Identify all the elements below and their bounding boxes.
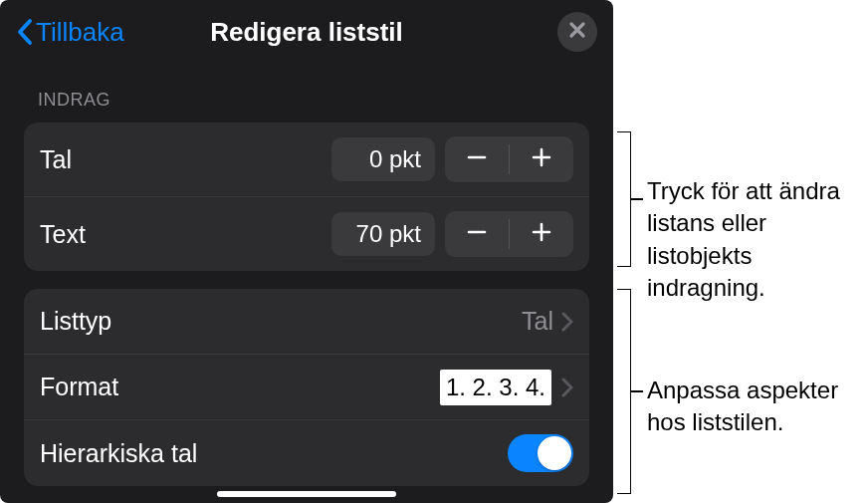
bracket-line-bottom <box>631 390 643 392</box>
format-value: 1. 2. 3. 4. <box>440 370 551 405</box>
text-decrement-button[interactable] <box>445 211 509 257</box>
home-indicator <box>217 491 396 497</box>
minus-icon <box>466 221 488 247</box>
chevron-right-icon <box>561 377 573 397</box>
listtyp-value: Tal <box>522 307 553 336</box>
text-value-input[interactable] <box>331 212 435 256</box>
section-header-indrag: INDRAG <box>0 64 613 123</box>
close-icon <box>568 21 586 43</box>
bracket-bottom <box>617 289 631 494</box>
row-hierarkiska: Hierarkiska tal <box>24 420 589 486</box>
row-label-text: Text <box>40 220 331 249</box>
row-listtyp[interactable]: Listtyp Tal <box>24 289 589 355</box>
tal-stepper <box>445 136 573 182</box>
bracket-top <box>617 131 631 267</box>
row-label-listtyp: Listtyp <box>40 307 522 336</box>
row-label-tal: Tal <box>40 145 331 174</box>
page-title: Redigera liststil <box>210 17 403 48</box>
tal-decrement-button[interactable] <box>445 136 509 182</box>
minus-icon <box>466 146 488 172</box>
bracket-line-top <box>631 198 643 200</box>
chevron-left-icon <box>16 18 34 46</box>
style-card: Listtyp Tal Format 1. 2. 3. 4. Hierarkis… <box>24 289 589 486</box>
row-text: Text <box>24 197 589 271</box>
plus-icon <box>531 146 552 172</box>
hierarkiska-toggle[interactable] <box>508 434 573 472</box>
callout-bottom: Anpassa aspekter hos liststilen. <box>647 375 860 439</box>
toggle-knob <box>538 436 571 470</box>
close-button[interactable] <box>557 12 597 52</box>
panel-header: Tillbaka Redigera liststil <box>0 0 613 64</box>
back-button[interactable]: Tillbaka <box>16 17 124 48</box>
indrag-card: Tal Text <box>24 123 589 271</box>
text-increment-button[interactable] <box>510 211 573 257</box>
tal-increment-button[interactable] <box>510 136 573 182</box>
plus-icon <box>531 221 552 247</box>
row-label-format: Format <box>40 373 440 401</box>
settings-panel: Tillbaka Redigera liststil INDRAG Tal <box>0 0 613 503</box>
back-label: Tillbaka <box>36 17 124 48</box>
row-tal: Tal <box>24 123 589 197</box>
text-stepper <box>445 211 573 257</box>
tal-value-input[interactable] <box>331 137 435 181</box>
callouts: Tryck för att ändra listans eller listob… <box>613 0 868 503</box>
row-format[interactable]: Format 1. 2. 3. 4. <box>24 355 589 420</box>
row-label-hierarkiska: Hierarkiska tal <box>40 439 508 468</box>
callout-top: Tryck för att ändra listans eller listob… <box>647 175 860 305</box>
chevron-right-icon <box>561 312 573 332</box>
